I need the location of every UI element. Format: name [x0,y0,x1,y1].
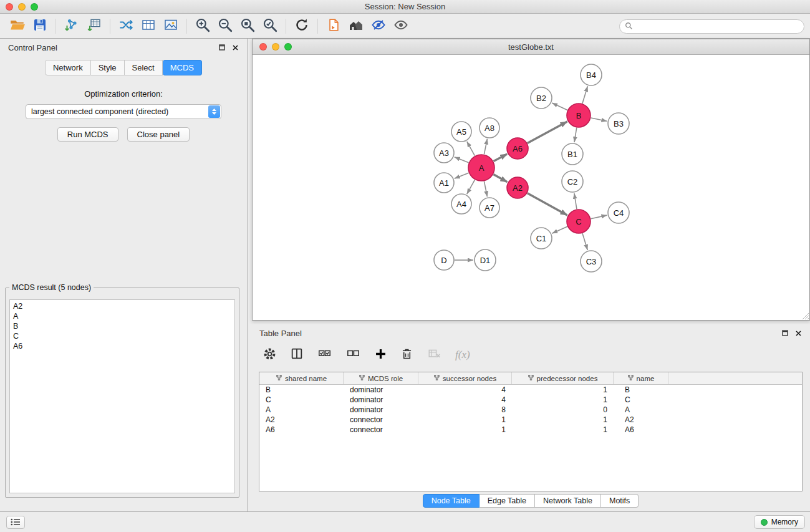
close-panel-button[interactable]: Close panel [127,127,190,142]
column-header-MCDS-role[interactable]: MCDS role [344,372,418,384]
network-node-C1[interactable]: C1 [531,228,552,249]
network-node-A8[interactable]: A8 [480,118,499,138]
network-edge-A-A2[interactable] [493,175,507,182]
run-mcds-button[interactable]: Run MCDS [57,127,118,142]
network-edge-C-C3[interactable] [582,233,587,250]
close-network-window-button[interactable] [259,43,267,51]
network-edge-A-A8[interactable] [484,139,487,155]
import-network-button[interactable] [62,16,82,36]
network-edge-A-A6[interactable] [493,154,507,162]
network-node-B[interactable]: B [567,104,591,127]
table-row[interactable]: Cdominator41C [259,395,802,405]
network-node-A5[interactable]: A5 [451,122,471,142]
close-panel-icon[interactable] [231,44,239,51]
column-header-predecessor-nodes[interactable]: predecessor nodes [512,372,614,384]
close-table-panel-icon[interactable] [794,329,802,337]
table-tab-network-table[interactable]: Network Table [535,494,601,508]
delete-column-button[interactable] [400,347,413,364]
network-node-C2[interactable]: C2 [562,171,583,192]
float-table-panel-icon[interactable] [781,329,789,337]
table-settings-button[interactable] [263,347,277,364]
network-canvas-area[interactable]: B4B2BB3A5A8A6A3B1AC2A1A2A4A7C4CC1DD1C3 [253,55,809,320]
float-panel-icon[interactable] [218,44,226,51]
new-network-button[interactable] [116,16,136,36]
network-window-titlebar[interactable]: testGlobe.txt [253,39,809,55]
memory-button[interactable]: Memory [754,515,805,529]
column-header-shared-name[interactable]: shared name [259,372,344,384]
node-table[interactable]: shared nameMCDS rolesuccessor nodesprede… [259,372,803,491]
table-row[interactable]: A2connector11A2 [259,415,802,425]
table-row[interactable]: Bdominator41B [259,385,802,395]
network-edge-B-B3[interactable] [591,118,607,121]
refresh-layout-button[interactable] [292,16,312,36]
network-node-A4[interactable]: A4 [451,194,471,214]
tab-network[interactable]: Network [45,60,91,75]
network-node-B2[interactable]: B2 [531,87,552,109]
network-edge-C-C4[interactable] [591,215,607,219]
table-tab-node-table[interactable]: Node Table [423,494,480,508]
network-node-A1[interactable]: A1 [434,173,454,193]
network-edge-B-B4[interactable] [582,86,588,104]
network-edge-A-A3[interactable] [455,157,469,163]
mcds-result-item[interactable]: B [13,321,231,331]
network-node-B3[interactable]: B3 [608,113,629,134]
show-hide-button[interactable] [391,16,411,36]
close-window-button[interactable] [6,3,13,11]
add-column-button[interactable] [374,347,387,363]
network-node-B1[interactable]: B1 [562,143,583,165]
table-tab-edge-table[interactable]: Edge Table [480,494,535,508]
minimize-network-window-button[interactable] [272,43,279,51]
search-input[interactable] [636,22,799,31]
new-table-button[interactable] [138,16,158,36]
toggle-graphics-details-button[interactable] [369,16,388,36]
network-node-A2[interactable]: A2 [507,177,528,198]
zoom-network-window-button[interactable] [284,43,292,51]
window-titlebar[interactable]: Session: New Session [0,0,810,14]
export-image-button[interactable] [161,16,181,36]
network-node-C3[interactable]: C3 [581,251,602,272]
network-node-B4[interactable]: B4 [581,64,602,85]
network-node-A[interactable]: A [468,155,494,181]
network-node-C4[interactable]: C4 [608,202,629,223]
network-edge-A-A5[interactable] [467,142,475,156]
zoom-in-button[interactable] [193,16,213,36]
network-edge-C-C2[interactable] [574,193,577,209]
optimization-criterion-select[interactable]: largest connected component (directed) [26,104,221,119]
table-tab-motifs[interactable]: Motifs [601,494,639,508]
network-edge-A-A7[interactable] [484,181,487,197]
dropdown-stepper-icon[interactable] [208,105,220,118]
table-row[interactable]: A6connector11A6 [259,425,802,435]
mcds-result-list[interactable]: A2ABCA6 [9,299,235,493]
network-edge-A6-B[interactable] [528,122,567,143]
task-history-button[interactable] [6,516,25,529]
network-node-A3[interactable]: A3 [434,143,454,163]
tab-select[interactable]: Select [125,60,163,75]
network-edge-A2-C[interactable] [528,193,567,215]
deselect-all-button[interactable] [345,347,361,363]
network-node-A7[interactable]: A7 [480,198,499,218]
search-field[interactable] [619,19,804,34]
export-document-button[interactable] [324,16,344,36]
browser-home-button[interactable] [346,16,366,36]
resize-grip-icon[interactable] [801,312,809,319]
network-edge-A-A1[interactable] [455,173,469,178]
network-node-D[interactable]: D [434,250,454,270]
mcds-result-item[interactable]: C [13,331,231,341]
mcds-result-item[interactable]: A [13,311,231,321]
network-edge-B-B1[interactable] [574,128,577,143]
column-header-successor-nodes[interactable]: successor nodes [418,372,512,384]
save-session-button[interactable] [30,16,50,36]
zoom-selected-button[interactable] [260,16,280,36]
mcds-result-item[interactable]: A6 [13,341,231,351]
import-table-button[interactable] [84,16,104,36]
mcds-result-item[interactable]: A2 [13,301,231,311]
network-node-C[interactable]: C [567,210,591,233]
tab-style[interactable]: Style [91,60,125,75]
table-row[interactable]: Adominator80A [259,405,802,415]
tab-mcds[interactable]: MCDS [163,60,202,75]
network-node-D1[interactable]: D1 [475,249,496,271]
zoom-fit-button[interactable] [238,16,258,36]
network-edge-C-C1[interactable] [552,226,567,233]
network-node-A6[interactable]: A6 [507,138,528,159]
zoom-window-button[interactable] [31,3,38,11]
